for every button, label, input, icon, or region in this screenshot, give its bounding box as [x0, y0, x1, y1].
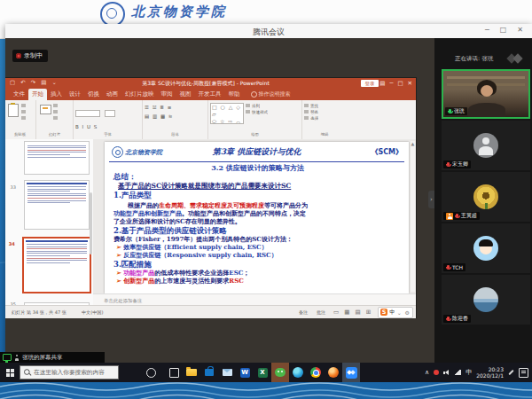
- start-button[interactable]: [0, 363, 20, 382]
- word-button[interactable]: W: [236, 363, 254, 382]
- select-button[interactable]: 选择: [304, 115, 345, 121]
- close-icon[interactable]: ✕: [517, 26, 523, 34]
- search-icon: [24, 369, 31, 376]
- slide-line-1: 总结：: [113, 173, 402, 181]
- participant-tile-0[interactable]: 张珖: [442, 69, 530, 119]
- tray-expand-icon[interactable]: ∧: [425, 369, 429, 376]
- ppt-close-icon[interactable]: ✕: [408, 80, 412, 87]
- wechat-button[interactable]: [271, 363, 289, 382]
- paste-button[interactable]: [7, 103, 20, 126]
- shapes-gallery[interactable]: □ ○ △ ◇ ▱⬭ ☆ ⇨ ⌒ ✦◻ ◯ ▽ ⟡ ⇦: [210, 103, 244, 124]
- meeting-window: 腾讯会议 ─ □ ✕ 录制中 ▢ ↶ ↷ ▤ ⌄ 第3章 SC设计与优化-周教授…: [5, 24, 532, 363]
- network-icon[interactable]: [454, 370, 461, 375]
- ribbon-tab-3[interactable]: 设计: [66, 89, 84, 100]
- tell-me-search[interactable]: 操作说明搜索: [251, 90, 291, 100]
- new-slide-button[interactable]: [39, 103, 51, 126]
- participant-tile-3[interactable]: TCH: [442, 223, 530, 273]
- participant-label: 陈迎春: [443, 315, 471, 323]
- ime-tools-icons[interactable]: ⌄ ⚙: [397, 309, 411, 316]
- comments-toggle[interactable]: 批注: [317, 309, 325, 316]
- edge-button[interactable]: [289, 363, 307, 382]
- tencent-meeting-logo-icon: [507, 53, 525, 64]
- store-button[interactable]: [200, 363, 218, 382]
- task-view-button[interactable]: [165, 363, 183, 382]
- ppt-restore-icon[interactable]: □: [397, 80, 403, 87]
- taskbar-search[interactable]: 在这里输入你要搜索的内容: [20, 365, 119, 379]
- language-indicator[interactable]: 中文(中国): [82, 309, 103, 316]
- arrange-button[interactable]: 排列: [246, 103, 300, 108]
- sign-in-button[interactable]: 登录: [361, 80, 379, 87]
- ribbon-tab-9[interactable]: 开发工具: [195, 89, 225, 100]
- ribbon-tab-6[interactable]: 幻灯片放映: [121, 89, 158, 100]
- slide-scrollbar[interactable]: ▲: [411, 141, 415, 292]
- screen-share-banner[interactable]: 张珖的屏幕共享: [0, 352, 105, 363]
- browser-button[interactable]: [325, 363, 342, 382]
- ppt-ribbon-tabs: 文件开始插入设计切换动画幻灯片放映审阅视图开发工具帮助 操作说明搜索: [5, 88, 416, 100]
- ribbon-tab-4[interactable]: 切换: [84, 89, 103, 100]
- ppt-minimize-icon[interactable]: ─: [389, 80, 393, 87]
- chrome-button[interactable]: [307, 363, 325, 382]
- ribbon-tab-0[interactable]: 文件: [10, 89, 28, 100]
- host-badge-icon: [446, 213, 453, 220]
- sogou-ime-bar[interactable]: S 中 ⌄ ⚙: [378, 307, 413, 318]
- find-button[interactable]: 查找: [304, 103, 345, 108]
- bullet-buttons[interactable]: ☰ ☱ ≣ ≡: [145, 105, 206, 110]
- thumbnail-partial[interactable]: [24, 141, 90, 175]
- volume-icon[interactable]: [443, 370, 450, 376]
- layout-button[interactable]: [53, 103, 71, 108]
- ribbon-tab-2[interactable]: 插入: [47, 89, 66, 100]
- font-style-buttons[interactable]: B I U S: [75, 124, 140, 129]
- font-name-box[interactable]: [75, 110, 100, 117]
- replace-icon: [304, 110, 309, 113]
- view-mode-buttons[interactable]: ▭ ▦ ▤ ⊞: [333, 309, 372, 316]
- replace-button[interactable]: 替换: [304, 109, 345, 114]
- ime-indicator[interactable]: 中: [466, 368, 472, 377]
- cortana-button[interactable]: [142, 363, 160, 382]
- paste-icon: [8, 104, 19, 117]
- action-center-icon[interactable]: [519, 368, 528, 378]
- sidebar-collapse-handle[interactable]: ›: [428, 191, 434, 208]
- participant-tile-4[interactable]: 陈迎春: [442, 275, 530, 325]
- reset-button[interactable]: [53, 109, 71, 114]
- ribbon-tab-10[interactable]: 帮助: [225, 89, 244, 100]
- current-slide[interactable]: 北京物资学院 第3章 供应链设计与优化 《SCM》 3.2 供应链设计的策略与方…: [105, 142, 409, 293]
- sogou-icon[interactable]: S: [380, 309, 387, 316]
- ppt-window-controls: ▤ ─ □ ✕: [379, 80, 412, 87]
- pen-icon[interactable]: [508, 370, 513, 375]
- quick-styles-button[interactable]: 快速样式: [246, 109, 300, 114]
- thumbnail-slide-34-selected[interactable]: [22, 237, 91, 293]
- ribbon-tab-1[interactable]: 开始: [28, 89, 47, 100]
- format-painter-button[interactable]: [21, 115, 34, 121]
- tray-clock[interactable]: 20:23 2020/12/1: [476, 366, 504, 379]
- participant-tile-2[interactable]: 王翼超: [442, 172, 530, 222]
- file-explorer-button[interactable]: [183, 363, 200, 382]
- notes-toggle[interactable]: 备注: [299, 309, 308, 316]
- maximize-icon[interactable]: □: [500, 26, 507, 34]
- ribbon-tab-8[interactable]: 视图: [176, 89, 195, 100]
- ribbon-group-font: B I U S 字体: [74, 100, 143, 139]
- cortana-icon: [146, 368, 156, 378]
- notes-pane[interactable]: 单击此处添加备注: [93, 293, 416, 306]
- minimize-icon[interactable]: ─: [485, 26, 489, 34]
- thumbnail-scrollbar[interactable]: [90, 192, 92, 254]
- excel-button[interactable]: X: [254, 363, 271, 382]
- tray-notification-icon[interactable]: [434, 370, 439, 375]
- thumbnail-number-selected: 34: [9, 241, 15, 246]
- ime-mode-label[interactable]: 中: [389, 309, 395, 317]
- thumbnail-slide-33[interactable]: [24, 180, 90, 230]
- copy-button[interactable]: [21, 109, 34, 114]
- mail-button[interactable]: [218, 363, 236, 382]
- cut-button[interactable]: [21, 103, 34, 108]
- section-button[interactable]: [53, 115, 71, 121]
- slide-header: 北京物资学院 第3章 供应链设计与优化 《SCM》: [109, 142, 404, 162]
- ribbon-tab-7[interactable]: 审阅: [158, 89, 176, 100]
- quick-access-toolbar[interactable]: ▢ ↶ ↷ ▤ ⌄: [10, 79, 59, 86]
- font-size-box[interactable]: [105, 110, 115, 117]
- ribbon-tab-5[interactable]: 动画: [103, 89, 121, 100]
- ribbon-options-icon[interactable]: ▤: [379, 80, 385, 87]
- tencent-meeting-button[interactable]: [342, 363, 360, 382]
- alignment-buttons[interactable]: ▤ ▥ ▦ ≋: [145, 113, 206, 119]
- participant-tile-1[interactable]: 宋玉卿: [442, 121, 530, 170]
- participant-label: 王翼超: [443, 212, 480, 220]
- slide-line-6: 了企业所选择和设计的SC存在明显的差异性。: [113, 217, 402, 225]
